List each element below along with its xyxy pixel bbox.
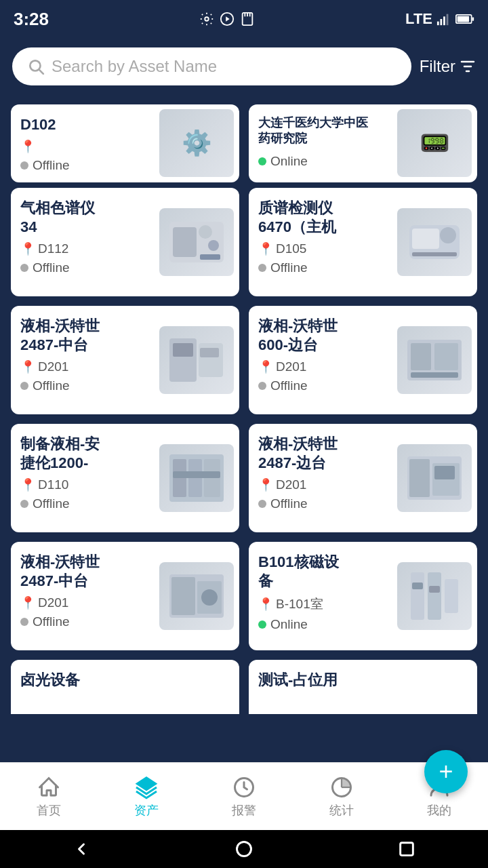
svg-rect-22 — [412, 229, 439, 249]
svg-rect-20 — [200, 254, 220, 260]
status-text: Offline — [33, 378, 70, 393]
status-dot — [20, 161, 28, 170]
machine-image: ⚙️ — [159, 109, 234, 177]
machine-image — [159, 326, 234, 394]
partial-card-2[interactable]: 测试-占位用 — [249, 660, 477, 714]
svg-rect-39 — [409, 459, 430, 497]
machine-image: 📟 — [397, 109, 472, 177]
svg-rect-47 — [428, 572, 441, 620]
filter-button[interactable]: Filter — [420, 57, 476, 76]
alarm-icon — [232, 775, 256, 800]
svg-rect-48 — [445, 579, 458, 613]
card-title: 卤光设备 — [20, 671, 142, 690]
nav-label-stats: 统计 — [329, 802, 354, 818]
svg-rect-31 — [434, 343, 458, 370]
card-title: 测试-占位用 — [258, 671, 380, 690]
circle-icon — [235, 840, 253, 859]
svg-point-45 — [201, 589, 218, 606]
top-partial-row: D102 📍 Offline ⚙️ 大连千医约大学中医药研究院 Online 📟 — [0, 104, 488, 182]
card-zhibei[interactable]: 制备液相-安捷伦1200- 📍 D110 Offline — [11, 424, 239, 532]
nav-item-alarm[interactable]: 报警 — [232, 775, 256, 818]
card-title: 液相-沃特世2487-中台 — [20, 317, 142, 355]
status-dot — [258, 500, 266, 508]
card-zhipu[interactable]: 质谱检测仪6470（主机 📍 D105 Offline — [249, 188, 477, 296]
recents-button[interactable] — [393, 835, 420, 863]
bottom-partial-row: 卤光设备 测试-占位用 — [0, 660, 488, 714]
search-placeholder-text: Search by Asset Name — [52, 57, 217, 76]
card-image — [397, 562, 472, 630]
card-image — [159, 326, 234, 394]
android-nav-bar — [0, 830, 488, 868]
card-yexiang-600[interactable]: 液相-沃特世600-边台 📍 D201 Offline — [249, 306, 477, 414]
svg-line-15 — [39, 70, 43, 74]
svg-rect-13 — [472, 17, 474, 20]
status-text: Offline — [33, 614, 70, 629]
card-yexiang-2487-mid[interactable]: 液相-沃特世2487-中台 📍 D201 Offline — [11, 306, 239, 414]
card-title: 质谱检测仪6470（主机 — [258, 199, 380, 237]
search-icon — [27, 58, 45, 75]
svg-rect-41 — [434, 466, 455, 479]
gear-icon — [199, 12, 214, 26]
home-button[interactable] — [230, 835, 258, 863]
play-icon — [220, 12, 235, 26]
status-text: Offline — [33, 158, 70, 173]
partial-card-1[interactable]: 卤光设备 — [11, 660, 239, 714]
card-image — [397, 326, 472, 394]
card-image — [159, 562, 234, 630]
card-dalian[interactable]: 大连千医约大学中医药研究院 Online 📟 — [249, 104, 477, 182]
svg-rect-27 — [173, 343, 193, 357]
card-yexiang-2487-side[interactable]: 液相-沃特世2487-边台 📍 D201 Offline — [249, 424, 477, 532]
square-icon — [397, 840, 416, 859]
back-icon — [72, 840, 91, 859]
card-image — [159, 444, 234, 512]
search-bar-container: Search by Asset Name Filter — [0, 38, 488, 95]
status-dot — [258, 382, 266, 390]
lte-label: LTE — [405, 10, 432, 28]
card-title: 液相-沃特世2487-中台 — [20, 553, 142, 591]
card-d102[interactable]: D102 📍 Offline ⚙️ — [11, 104, 239, 182]
search-input-wrap[interactable]: Search by Asset Name — [12, 47, 411, 85]
svg-rect-10 — [447, 14, 449, 25]
card-b101[interactable]: B101核磁设备 📍 B-101室 Online — [249, 542, 477, 650]
svg-point-23 — [440, 227, 456, 243]
svg-rect-24 — [412, 252, 457, 256]
location-text: D201 — [276, 477, 306, 492]
svg-rect-12 — [458, 16, 470, 22]
nav-label-profile: 我的 — [427, 802, 451, 818]
bottom-nav: 首页 资产 报警 统计 我的 — [0, 762, 488, 830]
machine-image — [397, 444, 472, 512]
svg-point-57 — [237, 842, 251, 856]
status-text: Online — [270, 154, 308, 169]
home-icon — [37, 775, 61, 800]
card-title: B101核磁设备 — [258, 553, 380, 591]
card-title: 液相-沃特世600-边台 — [258, 317, 380, 355]
nav-item-stats[interactable]: 统计 — [329, 775, 354, 818]
nav-item-assets[interactable]: 资产 — [134, 775, 159, 818]
status-text: Offline — [33, 496, 70, 511]
svg-rect-43 — [171, 577, 195, 615]
nav-label-assets: 资产 — [134, 802, 159, 818]
location-text: D201 — [276, 359, 306, 374]
location-text: D112 — [38, 241, 68, 256]
status-dot — [258, 264, 266, 272]
svg-rect-30 — [411, 343, 431, 370]
svg-rect-32 — [411, 372, 458, 378]
svg-rect-37 — [173, 471, 220, 478]
svg-point-19 — [208, 240, 219, 251]
machine-image — [159, 444, 234, 512]
svg-rect-7 — [437, 22, 439, 25]
machine-image — [397, 208, 472, 276]
card-yexiang-2487-mid2[interactable]: 液相-沃特世2487-中台 📍 D201 Offline — [11, 542, 239, 650]
pin-icon: 📍 — [258, 241, 273, 256]
nav-item-home[interactable]: 首页 — [37, 775, 61, 818]
pin-icon: 📍 — [258, 477, 273, 492]
card-title: 大连千医约大学中医药研究院 — [258, 115, 380, 147]
svg-point-18 — [199, 225, 212, 239]
machine-image — [397, 326, 472, 394]
status-dot — [258, 157, 266, 165]
battery-icon — [455, 12, 474, 26]
back-button[interactable] — [68, 835, 95, 863]
status-text: Offline — [270, 260, 308, 275]
card-qixiang[interactable]: 气相色谱仪34 📍 D112 Offline — [11, 188, 239, 296]
status-dot — [20, 500, 28, 508]
